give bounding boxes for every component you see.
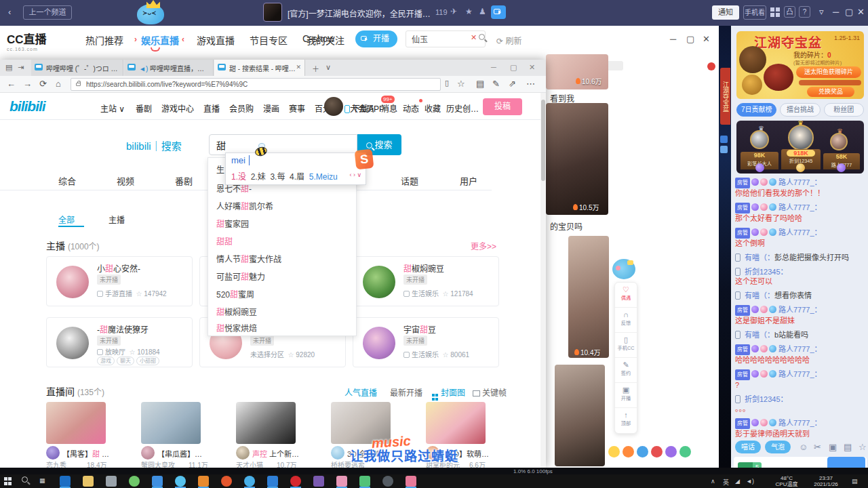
suggestion-item[interactable]: 甜椒焖豌豆 <box>216 306 257 317</box>
watch-on-phone-button[interactable]: 手机看 <box>743 5 766 20</box>
tab-contribution[interactable]: 7日贡献榜 <box>736 103 776 117</box>
filter-newest[interactable]: 最新开播 <box>390 386 422 398</box>
cc-logo[interactable]: CC直播cc.163.com <box>7 30 47 52</box>
redeem-button[interactable]: 兑换奖品 <box>807 87 854 97</box>
nav-history[interactable]: 历史 <box>446 102 462 114</box>
maximize-icon[interactable]: ▢ <box>510 63 517 72</box>
start-live-icon[interactable] <box>491 5 506 19</box>
room-cover[interactable] <box>141 402 201 444</box>
notify-button[interactable]: 通知 <box>712 5 739 20</box>
anchor-card[interactable]: 甜椒焖豌豆 未开播 生活娱乐 ☆ 121784 <box>353 256 499 306</box>
maximize-icon[interactable]: ▢ <box>845 7 853 17</box>
nav-creator-center[interactable]: 创作中心 <box>462 102 481 114</box>
filter-keyframe[interactable]: 关键帧 <box>473 386 507 398</box>
suggestion-item[interactable]: 520甜蜜周 <box>216 288 254 300</box>
bubble-pill[interactable]: 气泡 <box>765 441 791 453</box>
refresh-link[interactable]: ⟳ 刷新 <box>496 35 521 46</box>
taskbar-app-icon[interactable] <box>406 476 416 487</box>
anchor-avatar[interactable] <box>363 327 395 359</box>
tab-topics[interactable]: 话题 <box>401 174 418 187</box>
address-bar[interactable]: https://search.bilibili.com/live?keyword… <box>71 78 441 91</box>
room-avatar[interactable] <box>141 446 155 460</box>
emoji-icon[interactable] <box>637 446 648 458</box>
nav-hot[interactable]: 热门推荐 <box>85 33 123 47</box>
taskbar-cc-icon[interactable] <box>175 476 186 487</box>
taskbar-edge-icon[interactable] <box>60 476 71 487</box>
reading-view-icon[interactable]: ▯ <box>445 79 449 87</box>
favorite-star-icon[interactable]: ☆ <box>457 79 465 89</box>
ime-page-arrows[interactable]: ‹ › ∨ <box>349 171 361 178</box>
anchor-card[interactable]: 小甜心安然- 未开播 手游直播 ☆ 147942 <box>46 256 193 306</box>
hub-icon[interactable]: ▤ <box>476 79 484 89</box>
room-avatar[interactable] <box>331 446 344 460</box>
nav-mall[interactable]: 会员购 <box>229 102 254 114</box>
nav-manga[interactable]: 漫画 <box>263 102 279 114</box>
taskbar-app-icon[interactable] <box>382 476 393 487</box>
scissors-icon[interactable]: ✂ <box>814 442 821 452</box>
ime-candidates[interactable]: 1.没 2.妹 3.每 4.眉 5.Meizu <box>231 170 338 182</box>
new-tab-icon[interactable]: ＋ <box>312 63 319 74</box>
refresh-icon[interactable]: ⟳ <box>39 79 47 89</box>
room-cover[interactable] <box>46 402 106 444</box>
sogou-logo-icon[interactable]: S <box>355 149 374 170</box>
nav-messages[interactable]: 消息 <box>381 102 397 114</box>
group-icon[interactable]: ♟ <box>479 7 486 16</box>
menu-item-golive[interactable]: ▣开播 <box>615 383 637 408</box>
tab-bangumi[interactable]: 番剧 <box>175 174 193 187</box>
room-cover[interactable] <box>236 402 296 444</box>
emoji-icon[interactable]: ☺ <box>799 442 808 452</box>
anchor-avatar[interactable] <box>56 327 89 359</box>
chat-mode-pill[interactable]: 喵话 <box>735 441 761 453</box>
room-avatar[interactable] <box>236 446 250 460</box>
suggestion-item[interactable]: 甜悦家烘焙 <box>216 322 257 333</box>
browser-tab-active[interactable]: 甜 - 搜索结果 - 哔哩哔哩✕ <box>214 60 305 76</box>
maximize-icon[interactable]: ▢ <box>686 34 694 44</box>
nav-anime[interactable]: 番剧 <box>136 102 152 114</box>
chat-list[interactable]: 房管路人7777_： 你给他们看我发的那个！！ 房管路人7777_： 那个太好看… <box>734 178 867 438</box>
search-icon[interactable] <box>479 34 485 40</box>
rank2-avatar[interactable] <box>750 130 769 149</box>
user-avatar[interactable] <box>324 97 343 116</box>
nav-game-center[interactable]: 游戏中心 <box>161 102 194 114</box>
tab-all-results[interactable]: 综合 <box>58 174 76 187</box>
anchor-avatar[interactable] <box>56 266 89 298</box>
tray-expand-icon[interactable]: ∧ <box>711 478 715 485</box>
menu-item-top[interactable]: ↑顶部 <box>615 408 637 433</box>
taskbar-app-icon[interactable] <box>336 476 347 487</box>
tab-users[interactable]: 用户 <box>460 174 477 187</box>
taskbar-app-icon[interactable] <box>313 476 324 487</box>
nav-main[interactable]: 主站 ∨ <box>100 102 125 114</box>
clock[interactable]: 23:372021/1/26 <box>806 475 846 487</box>
task-view-icon[interactable]: ▦ <box>39 477 45 484</box>
mini-icon[interactable] <box>720 136 728 143</box>
star-icon[interactable]: ★ <box>465 7 473 16</box>
volume-icon[interactable]: ◄) <box>746 478 754 485</box>
nav-entertainment[interactable]: 娱乐直播 <box>141 33 179 47</box>
taskbar-app-icon[interactable] <box>106 476 117 487</box>
anchor-card[interactable]: 宇宙甜豆 未开播 生活娱乐 ☆ 80061 <box>353 317 499 367</box>
filter-cover[interactable]: 封面图 <box>432 386 465 401</box>
bilibili-logo[interactable]: bilibili <box>9 98 45 115</box>
minimize-icon[interactable]: ─ <box>491 63 496 71</box>
emoji-icon[interactable] <box>651 446 663 458</box>
activity-vertical-tab[interactable]: 江湖夺宝盆 <box>720 68 730 125</box>
clear-search-icon[interactable]: ✕ <box>471 33 477 42</box>
taskbar-app-icon[interactable] <box>221 476 232 487</box>
image-icon[interactable]: ▣ <box>829 442 837 452</box>
rank3-avatar[interactable] <box>830 133 848 150</box>
notification-center-icon[interactable]: ▤ <box>852 478 858 485</box>
emoji-icon[interactable] <box>679 446 691 458</box>
more-icon[interactable]: ⋯ <box>526 79 535 89</box>
minimize-icon[interactable]: ─ <box>670 34 676 44</box>
back-icon[interactable]: ← <box>7 79 16 89</box>
home-icon[interactable]: ⌂ <box>56 79 61 89</box>
menu-item-feedback[interactable]: ∩反馈 <box>615 308 637 333</box>
taskbar-qq-icon[interactable] <box>244 476 255 487</box>
close-tab-icon[interactable]: ✕ <box>296 64 301 70</box>
search-icon[interactable] <box>22 476 28 484</box>
rank1-avatar[interactable] <box>788 125 814 150</box>
tab-challenge[interactable]: 擂台挑战 <box>780 103 820 117</box>
more-link[interactable]: 更多>> <box>471 240 496 251</box>
network-icon[interactable]: ◢ <box>735 478 740 485</box>
room-cover[interactable] <box>426 402 486 444</box>
